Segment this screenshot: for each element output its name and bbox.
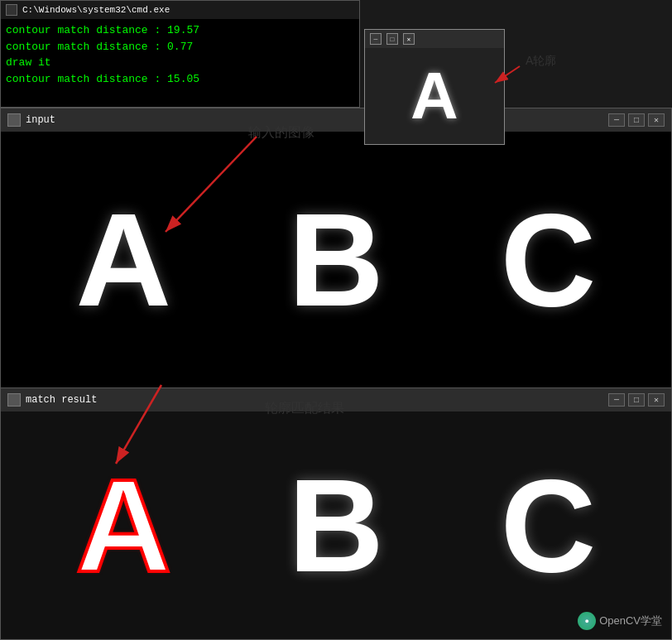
input-close-btn[interactable]: ✕	[648, 113, 665, 127]
a-contour-annotation: A轮廓	[526, 54, 556, 67]
cmd-icon	[6, 4, 17, 16]
match-min-btn[interactable]: ─	[608, 393, 625, 407]
match-window-icon	[7, 393, 21, 407]
input-max-btn[interactable]: □	[628, 113, 645, 127]
match-letter-b: B	[288, 460, 384, 592]
input-window: input ─ □ ✕ A B C	[0, 108, 672, 389]
cmd-line-2: contour match distance : 0.77	[6, 39, 354, 55]
a-contour-max-btn[interactable]: □	[386, 33, 398, 45]
match-letter-c: C	[501, 460, 597, 592]
cmd-line-4: contour match distance : 15.05	[6, 71, 354, 88]
match-close-btn[interactable]: ✕	[648, 393, 665, 407]
cmd-content: contour match distance : 19.57 contour m…	[1, 19, 359, 107]
match-max-btn[interactable]: □	[628, 393, 645, 407]
a-contour-titlebar: ─ □ ✕	[365, 30, 504, 48]
a-contour-close-btn[interactable]: ✕	[403, 33, 415, 45]
cmd-titlebar: C:\Windows\system32\cmd.exe	[1, 1, 359, 19]
input-titlebar: input ─ □ ✕	[1, 108, 671, 132]
match-window-controls: ─ □ ✕	[608, 393, 665, 407]
input-window-controls: ─ □ ✕	[608, 113, 665, 127]
input-letter-c: C	[501, 194, 597, 326]
input-min-btn[interactable]: ─	[608, 113, 625, 127]
match-content: A B C	[1, 411, 671, 639]
a-contour-min-btn[interactable]: ─	[370, 33, 382, 45]
cmd-window: C:\Windows\system32\cmd.exe contour matc…	[0, 0, 360, 108]
a-contour-window: ─ □ ✕ A	[364, 29, 505, 145]
input-content: A B C	[1, 132, 671, 388]
cmd-line-3: draw it	[6, 55, 354, 71]
match-result-label: 轮廓匹配结果	[265, 400, 344, 417]
cmd-line-1: contour match distance : 19.57	[6, 22, 354, 39]
opencv-icon: ●	[578, 612, 596, 630]
match-letter-a: A	[76, 460, 172, 592]
input-window-icon	[7, 113, 21, 127]
cmd-title: C:\Windows\system32\cmd.exe	[22, 5, 354, 15]
watermark: ● OpenCV学堂	[578, 612, 662, 630]
input-image-label: 输入的图像	[248, 124, 314, 142]
a-contour-letter: A	[410, 63, 458, 129]
input-letter-a: A	[76, 194, 172, 326]
input-window-title: input	[26, 114, 603, 126]
watermark-text: OpenCV学堂	[599, 614, 662, 628]
input-letter-b: B	[288, 194, 384, 326]
a-contour-content: A	[365, 48, 504, 144]
match-window: match result ─ □ ✕ A B C	[0, 387, 672, 640]
